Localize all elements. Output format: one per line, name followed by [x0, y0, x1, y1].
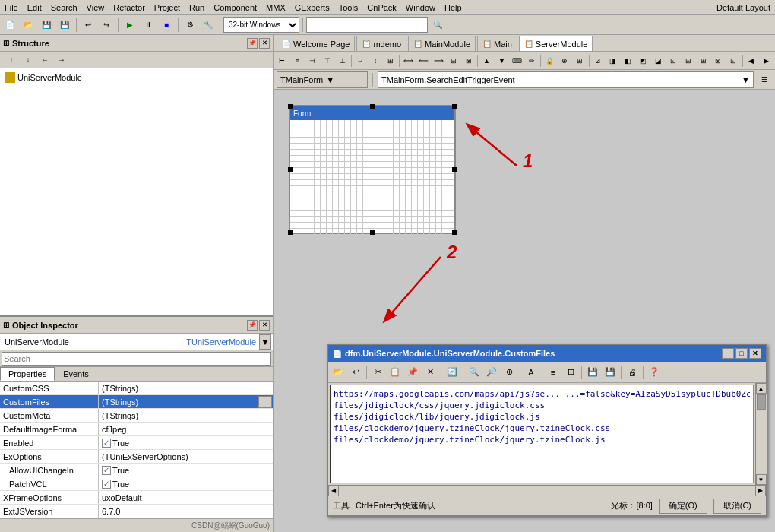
handle-tm[interactable]: [370, 104, 375, 109]
prop-expand-btn[interactable]: …: [258, 396, 272, 408]
func-btn[interactable]: ☰: [757, 72, 772, 87]
checkbox-box[interactable]: ✓: [102, 439, 111, 448]
menu-project[interactable]: Project: [150, 2, 185, 14]
dialog-hscroll[interactable]: ◀ ▶: [328, 485, 766, 496]
dialog-editor[interactable]: https://maps.googleapis.com/maps/api/js?…: [330, 385, 754, 483]
toolbar-undo[interactable]: ↩: [80, 17, 96, 33]
tab-events[interactable]: Events: [55, 367, 97, 381]
tab-order[interactable]: ⌨: [510, 53, 524, 68]
dlg-find3[interactable]: ⊕: [501, 364, 517, 381]
spacing-eq[interactable]: ⟹: [432, 53, 446, 68]
obj-pin-btn[interactable]: 📌: [247, 320, 258, 331]
handle-ml[interactable]: [288, 167, 293, 172]
handle-bm[interactable]: [370, 230, 375, 235]
structure-close-btn[interactable]: ✕: [259, 38, 270, 49]
center-v[interactable]: ⊠: [461, 53, 476, 68]
spacing-h[interactable]: ⟺: [401, 53, 416, 68]
hscroll-right[interactable]: ▶: [755, 486, 766, 496]
menu-view[interactable]: View: [82, 2, 109, 14]
tab-welcome[interactable]: 📄 Welcome Page: [277, 36, 355, 51]
align-top[interactable]: ⊤: [320, 53, 334, 68]
more9[interactable]: ⊠: [711, 53, 726, 68]
platform-dropdown[interactable]: 32-bit Windows: [223, 17, 299, 33]
prop-exoptions[interactable]: ExOptions (TUniExServerOptions): [0, 450, 273, 464]
menu-search[interactable]: Search: [46, 2, 82, 14]
prop-custommeta[interactable]: CustomMeta (TStrings): [0, 409, 273, 423]
spacing-v[interactable]: ⟸: [416, 53, 431, 68]
bring-front[interactable]: ▲: [479, 53, 494, 68]
dlg-delete[interactable]: ✕: [422, 364, 438, 381]
snap-grid[interactable]: ⊞: [573, 53, 587, 68]
more4[interactable]: ◩: [636, 53, 650, 68]
toolbar-saveall[interactable]: 💾: [56, 17, 73, 33]
dlg-save[interactable]: 💾: [584, 364, 601, 381]
dialog-ok-btn[interactable]: 确定(O): [659, 499, 707, 514]
dlg-reload[interactable]: 🔄: [444, 364, 460, 381]
align-center[interactable]: ≡: [290, 53, 305, 68]
design-canvas[interactable]: Form 1: [274, 90, 775, 532]
toolbar-misc1[interactable]: ⚙: [182, 17, 198, 33]
more8[interactable]: ⊞: [696, 53, 710, 68]
dialog-maximize-btn[interactable]: □: [735, 348, 748, 359]
menu-run[interactable]: Run: [185, 2, 209, 14]
toolbar-open[interactable]: 📂: [20, 17, 36, 33]
handle-bl[interactable]: [288, 230, 293, 235]
prop-patchvcl[interactable]: PatchVCL ✓ True: [0, 477, 273, 491]
dlg-cut[interactable]: ✂: [369, 364, 386, 381]
more-align[interactable]: ⊿: [591, 53, 606, 68]
guidelines[interactable]: ⊕: [558, 53, 572, 68]
obj-selector-arrow[interactable]: ▼: [259, 334, 271, 350]
dialog-minimize-btn[interactable]: _: [722, 348, 734, 359]
handle-tl[interactable]: [288, 104, 293, 109]
toolbar-run[interactable]: ▶: [122, 17, 138, 33]
center-h[interactable]: ⊟: [447, 53, 461, 68]
toolbar-redo[interactable]: ↪: [98, 17, 115, 33]
size-width[interactable]: ↔: [353, 53, 368, 68]
handle-br[interactable]: [452, 230, 457, 235]
menu-edit[interactable]: Edit: [23, 2, 46, 14]
dlg-copy[interactable]: 📋: [387, 364, 403, 381]
menu-refactor[interactable]: Refactor: [109, 2, 150, 14]
toolbar-new[interactable]: 📄: [2, 17, 18, 33]
prop-allowuichange[interactable]: AllowUIChangeIn ✓ True: [0, 464, 273, 477]
toolbar-save[interactable]: 💾: [38, 17, 55, 33]
tree-item-uniserver[interactable]: UniServerModule: [3, 71, 270, 84]
struct-left[interactable]: ←: [36, 52, 53, 68]
toolbar-pause[interactable]: ⏸: [140, 17, 157, 33]
menu-gexperts[interactable]: GExperts: [290, 2, 334, 14]
component-dropdown[interactable]: TMainForm ▼: [277, 71, 368, 88]
dlg-find2[interactable]: 🔎: [483, 364, 500, 381]
more10[interactable]: ⊡: [726, 53, 741, 68]
menu-cnpack[interactable]: CnPack: [362, 2, 401, 14]
send-back[interactable]: ▼: [495, 53, 509, 68]
lock[interactable]: 🔒: [542, 53, 557, 68]
tab-mdemo[interactable]: 📋 mdemo: [356, 36, 406, 51]
size-both[interactable]: ⊞: [384, 53, 398, 68]
dlg-help[interactable]: ❓: [646, 364, 663, 381]
tab-main[interactable]: 📋 Main: [477, 36, 517, 51]
prop-enabled[interactable]: Enabled ✓ True: [0, 436, 273, 450]
obj-search-input[interactable]: [2, 352, 271, 366]
menu-tools[interactable]: Tools: [334, 2, 363, 14]
obj-close-btn[interactable]: ✕: [259, 320, 270, 331]
tab-properties[interactable]: Properties: [0, 367, 55, 381]
prop-xframeoptions[interactable]: XFrameOptions uxoDefault: [0, 491, 273, 505]
edit-tab[interactable]: ✏: [525, 53, 539, 68]
more5[interactable]: ◪: [651, 53, 666, 68]
tab-servermodule[interactable]: 📋 ServerModule: [519, 36, 593, 51]
align-bottom[interactable]: ⊥: [335, 53, 350, 68]
dialog-scrollbar[interactable]: ▲ ▼: [755, 383, 766, 485]
function-dropdown[interactable]: TMainForm.SearchEditTriggerEvent ▼: [378, 71, 754, 88]
dialog-cancel-btn[interactable]: 取消(C): [713, 499, 761, 514]
hscroll-left[interactable]: ◀: [328, 486, 339, 496]
dlg-paste[interactable]: 📌: [404, 364, 421, 381]
checkbox-box[interactable]: ✓: [102, 466, 111, 475]
nav-back[interactable]: ◀: [745, 53, 759, 68]
scroll-down[interactable]: ▼: [756, 474, 767, 485]
checkbox-box[interactable]: ✓: [102, 480, 111, 489]
prop-customcss[interactable]: CustomCSS (TStrings): [0, 382, 273, 395]
scroll-thumb[interactable]: [757, 394, 766, 410]
align-right[interactable]: ⊣: [305, 53, 320, 68]
scroll-up[interactable]: ▲: [756, 383, 767, 394]
dialog-close-btn[interactable]: ✕: [749, 348, 761, 359]
